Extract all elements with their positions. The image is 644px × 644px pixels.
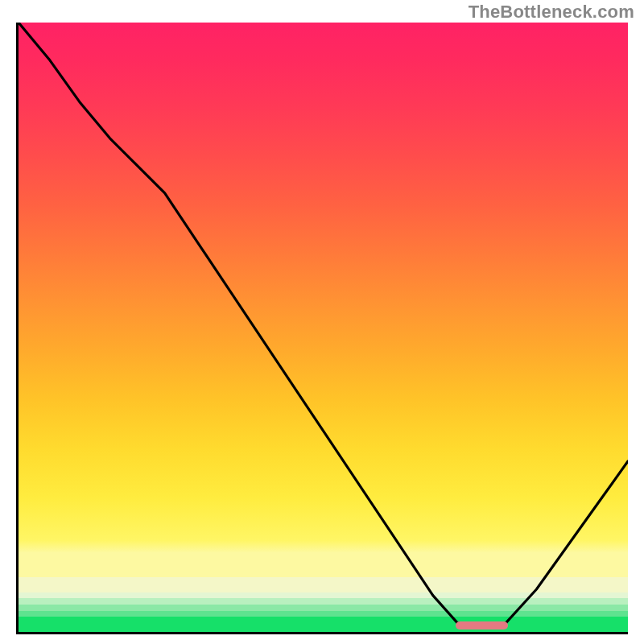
watermark-text: TheBottleneck.com <box>469 2 634 23</box>
curve-svg <box>19 23 628 632</box>
bottleneck-curve <box>19 23 628 623</box>
plot-area <box>16 23 628 634</box>
optimal-range-marker <box>456 621 508 630</box>
chart-container: TheBottleneck.com <box>0 0 644 644</box>
